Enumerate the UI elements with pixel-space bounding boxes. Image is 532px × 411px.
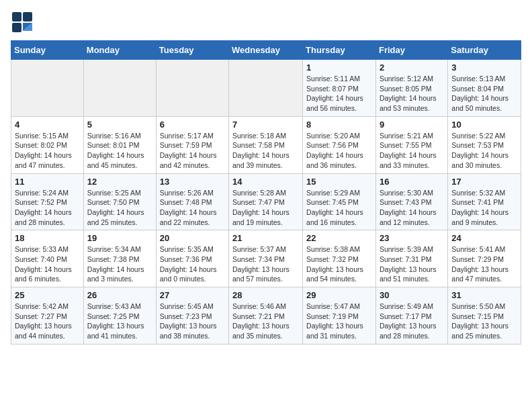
day-number: 23	[380, 233, 444, 243]
day-info: Sunrise: 5:11 AM Sunset: 8:07 PM Dayligh…	[306, 74, 372, 113]
day-cell: 30Sunrise: 5:49 AM Sunset: 7:17 PM Dayli…	[375, 287, 447, 345]
day-cell: 23Sunrise: 5:39 AM Sunset: 7:31 PM Dayli…	[375, 230, 447, 287]
day-number: 5	[87, 120, 152, 130]
svg-rect-0	[12, 12, 21, 21]
day-cell: 1Sunrise: 5:11 AM Sunset: 8:07 PM Daylig…	[303, 60, 376, 117]
day-cell: 5Sunrise: 5:16 AM Sunset: 8:01 PM Daylig…	[83, 116, 156, 173]
day-cell	[11, 60, 84, 117]
day-number: 7	[232, 120, 299, 130]
week-row-1: 1Sunrise: 5:11 AM Sunset: 8:07 PM Daylig…	[11, 60, 521, 117]
day-info: Sunrise: 5:17 AM Sunset: 7:59 PM Dayligh…	[160, 131, 225, 171]
day-number: 22	[306, 233, 372, 243]
day-number: 18	[15, 233, 80, 243]
day-info: Sunrise: 5:39 AM Sunset: 7:31 PM Dayligh…	[380, 244, 444, 284]
day-cell: 26Sunrise: 5:43 AM Sunset: 7:25 PM Dayli…	[83, 287, 156, 345]
day-cell: 19Sunrise: 5:34 AM Sunset: 7:38 PM Dayli…	[83, 230, 156, 287]
day-cell: 24Sunrise: 5:41 AM Sunset: 7:29 PM Dayli…	[448, 230, 521, 287]
day-number: 11	[15, 177, 80, 187]
day-info: Sunrise: 5:16 AM Sunset: 8:01 PM Dayligh…	[87, 131, 152, 171]
weekday-header-saturday: Saturday	[448, 41, 521, 60]
weekday-header-sunday: Sunday	[11, 41, 84, 60]
day-info: Sunrise: 5:33 AM Sunset: 7:40 PM Dayligh…	[15, 244, 80, 284]
weekday-header-friday: Friday	[375, 41, 447, 60]
day-info: Sunrise: 5:35 AM Sunset: 7:36 PM Dayligh…	[160, 244, 225, 284]
svg-rect-1	[23, 12, 32, 21]
weekday-header-monday: Monday	[83, 41, 156, 60]
day-number: 3	[451, 62, 517, 73]
day-cell: 31Sunrise: 5:50 AM Sunset: 7:15 PM Dayli…	[448, 287, 521, 345]
day-cell: 16Sunrise: 5:30 AM Sunset: 7:43 PM Dayli…	[375, 173, 447, 230]
calendar: SundayMondayTuesdayWednesdayThursdayFrid…	[11, 40, 521, 345]
day-info: Sunrise: 5:45 AM Sunset: 7:23 PM Dayligh…	[160, 302, 225, 341]
day-info: Sunrise: 5:47 AM Sunset: 7:19 PM Dayligh…	[306, 302, 372, 341]
weekday-header-tuesday: Tuesday	[156, 41, 228, 60]
weekday-header-thursday: Thursday	[303, 41, 376, 60]
day-info: Sunrise: 5:32 AM Sunset: 7:41 PM Dayligh…	[451, 188, 517, 228]
day-number: 27	[160, 290, 225, 300]
day-number: 17	[451, 177, 517, 187]
day-cell: 17Sunrise: 5:32 AM Sunset: 7:41 PM Dayli…	[448, 173, 521, 230]
day-number: 16	[380, 177, 444, 187]
day-number: 4	[15, 120, 80, 130]
day-info: Sunrise: 5:43 AM Sunset: 7:25 PM Dayligh…	[87, 302, 152, 341]
day-number: 6	[160, 120, 225, 130]
day-info: Sunrise: 5:50 AM Sunset: 7:15 PM Dayligh…	[451, 302, 517, 341]
week-row-4: 18Sunrise: 5:33 AM Sunset: 7:40 PM Dayli…	[11, 230, 521, 287]
day-cell: 29Sunrise: 5:47 AM Sunset: 7:19 PM Dayli…	[303, 287, 376, 345]
day-info: Sunrise: 5:30 AM Sunset: 7:43 PM Dayligh…	[380, 188, 444, 228]
logo	[11, 11, 36, 35]
day-info: Sunrise: 5:37 AM Sunset: 7:34 PM Dayligh…	[232, 244, 299, 284]
day-number: 8	[306, 120, 372, 130]
weekday-header-row: SundayMondayTuesdayWednesdayThursdayFrid…	[11, 41, 521, 60]
day-cell: 22Sunrise: 5:38 AM Sunset: 7:32 PM Dayli…	[303, 230, 376, 287]
day-number: 10	[451, 120, 517, 130]
day-info: Sunrise: 5:46 AM Sunset: 7:21 PM Dayligh…	[232, 302, 299, 341]
day-cell: 14Sunrise: 5:28 AM Sunset: 7:47 PM Dayli…	[229, 173, 303, 230]
day-cell: 15Sunrise: 5:29 AM Sunset: 7:45 PM Dayli…	[303, 173, 376, 230]
day-info: Sunrise: 5:38 AM Sunset: 7:32 PM Dayligh…	[306, 244, 372, 284]
day-number: 21	[232, 233, 299, 243]
day-info: Sunrise: 5:49 AM Sunset: 7:17 PM Dayligh…	[380, 302, 444, 341]
day-number: 1	[306, 62, 372, 73]
day-cell: 28Sunrise: 5:46 AM Sunset: 7:21 PM Dayli…	[229, 287, 303, 345]
day-cell: 6Sunrise: 5:17 AM Sunset: 7:59 PM Daylig…	[156, 116, 228, 173]
day-cell: 13Sunrise: 5:26 AM Sunset: 7:48 PM Dayli…	[156, 173, 228, 230]
day-cell: 9Sunrise: 5:21 AM Sunset: 7:55 PM Daylig…	[375, 116, 447, 173]
day-cell: 7Sunrise: 5:18 AM Sunset: 7:58 PM Daylig…	[229, 116, 303, 173]
day-info: Sunrise: 5:29 AM Sunset: 7:45 PM Dayligh…	[306, 188, 372, 228]
day-cell	[83, 60, 156, 117]
day-cell: 21Sunrise: 5:37 AM Sunset: 7:34 PM Dayli…	[229, 230, 303, 287]
day-number: 25	[15, 290, 80, 300]
day-number: 14	[232, 177, 299, 187]
day-info: Sunrise: 5:18 AM Sunset: 7:58 PM Dayligh…	[232, 131, 299, 171]
week-row-3: 11Sunrise: 5:24 AM Sunset: 7:52 PM Dayli…	[11, 173, 521, 230]
day-info: Sunrise: 5:21 AM Sunset: 7:55 PM Dayligh…	[380, 131, 444, 171]
day-cell: 4Sunrise: 5:15 AM Sunset: 8:02 PM Daylig…	[11, 116, 84, 173]
day-cell: 8Sunrise: 5:20 AM Sunset: 7:56 PM Daylig…	[303, 116, 376, 173]
day-number: 19	[87, 233, 152, 243]
day-number: 20	[160, 233, 225, 243]
day-cell	[229, 60, 303, 117]
day-info: Sunrise: 5:26 AM Sunset: 7:48 PM Dayligh…	[160, 188, 225, 228]
day-number: 24	[451, 233, 517, 243]
day-number: 29	[306, 290, 372, 300]
header	[11, 11, 521, 35]
day-info: Sunrise: 5:15 AM Sunset: 8:02 PM Dayligh…	[15, 131, 80, 171]
day-cell: 25Sunrise: 5:42 AM Sunset: 7:27 PM Dayli…	[11, 287, 84, 345]
day-number: 28	[232, 290, 299, 300]
day-info: Sunrise: 5:41 AM Sunset: 7:29 PM Dayligh…	[451, 244, 517, 284]
svg-rect-2	[12, 23, 21, 32]
day-cell: 20Sunrise: 5:35 AM Sunset: 7:36 PM Dayli…	[156, 230, 228, 287]
day-info: Sunrise: 5:28 AM Sunset: 7:47 PM Dayligh…	[232, 188, 299, 228]
day-cell: 11Sunrise: 5:24 AM Sunset: 7:52 PM Dayli…	[11, 173, 84, 230]
day-number: 2	[380, 62, 444, 73]
day-cell: 27Sunrise: 5:45 AM Sunset: 7:23 PM Dayli…	[156, 287, 228, 345]
day-number: 9	[380, 120, 444, 130]
day-info: Sunrise: 5:24 AM Sunset: 7:52 PM Dayligh…	[15, 188, 80, 228]
day-number: 30	[380, 290, 444, 300]
day-cell	[156, 60, 228, 117]
day-cell: 12Sunrise: 5:25 AM Sunset: 7:50 PM Dayli…	[83, 173, 156, 230]
day-info: Sunrise: 5:42 AM Sunset: 7:27 PM Dayligh…	[15, 302, 80, 341]
day-info: Sunrise: 5:20 AM Sunset: 7:56 PM Dayligh…	[306, 131, 372, 171]
day-info: Sunrise: 5:12 AM Sunset: 8:05 PM Dayligh…	[380, 74, 444, 113]
